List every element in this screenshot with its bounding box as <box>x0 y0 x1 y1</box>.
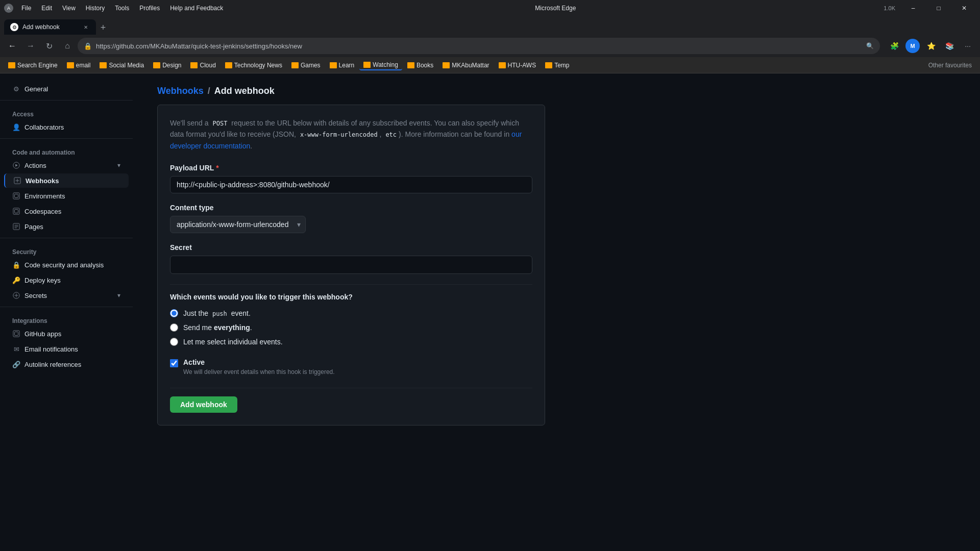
radio-individual-input[interactable] <box>170 338 178 346</box>
sidebar-item-label: General <box>24 85 48 93</box>
minimize-button[interactable]: – <box>901 0 925 16</box>
payload-url-input[interactable] <box>170 176 532 193</box>
bookmark-tech-news[interactable]: Technology News <box>221 61 286 70</box>
radio-individual[interactable]: Let me select individual events. <box>170 338 532 346</box>
bookmark-htu-aws[interactable]: HTU-AWS <box>495 61 541 70</box>
maximize-button[interactable]: □ <box>927 0 950 16</box>
nav-icon-group: 🧩 M ⭐ 📚 ··· <box>886 38 976 54</box>
lock-icon: 🔒 <box>84 42 92 50</box>
title-bar-controls: 1.0K – □ ✕ <box>884 0 976 16</box>
address-bar[interactable]: 🔒 https://github.com/MKAbuMattar/quick-t… <box>78 38 880 54</box>
bookmark-learn[interactable]: Learn <box>326 61 359 70</box>
radio-everything[interactable]: Send me everything. <box>170 323 532 332</box>
folder-icon <box>545 62 552 68</box>
folder-icon <box>407 62 414 68</box>
bookmark-search-engine[interactable]: Search Engine <box>4 61 62 70</box>
bookmark-mkabumattar[interactable]: MKAbuMattar <box>438 61 493 70</box>
sidebar: ⚙ General Access 👤 Collaborators Code an… <box>0 73 133 551</box>
bookmark-temp[interactable]: Temp <box>541 61 573 70</box>
new-tab-button[interactable]: + <box>96 20 110 35</box>
sidebar-item-secrets[interactable]: Secrets ▾ <box>4 288 129 303</box>
radio-everything-input[interactable] <box>170 323 178 332</box>
menu-edit[interactable]: Edit <box>37 4 56 13</box>
sidebar-item-actions[interactable]: Actions ▾ <box>4 158 129 172</box>
refresh-button[interactable]: ↻ <box>41 38 57 54</box>
menu-tools[interactable]: Tools <box>111 4 133 13</box>
favorites-button[interactable]: ⭐ <box>923 38 939 54</box>
active-label: Active <box>183 358 335 366</box>
link-icon: 🔗 <box>12 360 20 368</box>
extensions-button[interactable]: 🧩 <box>886 38 902 54</box>
home-button[interactable]: ⌂ <box>59 38 76 54</box>
breadcrumb-webhooks-link[interactable]: Webhooks <box>157 86 204 96</box>
sidebar-item-environments[interactable]: Environments <box>4 189 129 203</box>
codespaces-icon <box>12 207 20 215</box>
address-text: https://github.com/MKAbuMattar/quick-tes… <box>96 42 302 50</box>
bookmark-label: Games <box>301 62 321 69</box>
tab-title: Add webhook <box>22 23 60 31</box>
bookmark-label: Learn <box>339 62 355 69</box>
forward-button[interactable]: → <box>22 38 39 54</box>
sidebar-item-codespaces[interactable]: Codespaces <box>4 204 129 218</box>
github-apps-icon <box>12 330 20 338</box>
divider <box>170 388 532 388</box>
bookmark-watching[interactable]: Watching <box>359 60 402 70</box>
divider <box>170 284 532 285</box>
sidebar-item-email-notifications[interactable]: ✉ Email notifications <box>4 342 129 356</box>
bookmark-social-media[interactable]: Social Media <box>95 61 148 70</box>
sidebar-item-autolink[interactable]: 🔗 Autolink references <box>4 357 129 371</box>
bookmarks-bar: Search Engine email Social Media Design … <box>0 57 980 73</box>
sidebar-item-github-apps[interactable]: GitHub apps <box>4 327 129 341</box>
close-button[interactable]: ✕ <box>952 0 976 16</box>
sidebar-item-deploy-keys[interactable]: 🔑 Deploy keys <box>4 273 129 287</box>
sidebar-item-pages[interactable]: Pages <box>4 219 129 234</box>
nav-bar: ← → ↻ ⌂ 🔒 https://github.com/MKAbuMattar… <box>0 35 980 57</box>
svg-rect-4 <box>13 208 19 214</box>
active-checkbox[interactable] <box>170 359 178 367</box>
active-tab[interactable]: ⚙ Add webhook ✕ <box>4 19 96 35</box>
secret-input[interactable] <box>170 256 532 274</box>
svg-rect-14 <box>15 332 18 336</box>
push-code: push <box>210 310 229 318</box>
profile-button[interactable]: M <box>904 38 921 54</box>
add-webhook-button[interactable]: Add webhook <box>170 396 237 413</box>
shield-icon: 🔒 <box>12 261 20 269</box>
menu-history[interactable]: History <box>82 4 109 13</box>
bookmark-design[interactable]: Design <box>149 61 185 70</box>
collections-button[interactable]: 📚 <box>941 38 958 54</box>
sidebar-item-code-security[interactable]: 🔒 Code security and analysis <box>4 258 129 272</box>
sidebar-item-general[interactable]: ⚙ General <box>4 82 129 96</box>
radio-push-only[interactable]: Just the push event. <box>170 309 532 317</box>
sidebar-item-label: Code security and analysis <box>24 261 104 269</box>
tab-favicon: ⚙ <box>10 23 18 31</box>
sidebar-item-collaborators[interactable]: 👤 Collaborators <box>4 120 129 134</box>
more-bookmarks-button[interactable]: Other favourites <box>924 61 976 70</box>
bookmark-cloud[interactable]: Cloud <box>186 61 219 70</box>
sidebar-item-webhooks[interactable]: Webhooks <box>4 173 129 188</box>
content-card: We'll send a POST request to the URL bel… <box>157 105 545 425</box>
app-title: Microsoft Edge <box>231 5 879 12</box>
folder-icon <box>8 62 15 68</box>
radio-push-only-input[interactable] <box>170 309 178 317</box>
gear-icon: ⚙ <box>12 85 20 93</box>
more-button[interactable]: ··· <box>960 38 976 54</box>
menu-profiles[interactable]: Profiles <box>135 4 164 13</box>
tab-close-button[interactable]: ✕ <box>82 23 90 31</box>
person-icon: 👤 <box>12 123 20 131</box>
svg-rect-5 <box>15 210 18 213</box>
menu-view[interactable]: View <box>58 4 80 13</box>
divider <box>0 138 133 139</box>
section-title-integrations: Integrations <box>0 311 133 327</box>
bookmark-label: MKAbuMattar <box>452 62 489 69</box>
pages-icon <box>12 222 20 231</box>
description-text: We'll send a POST request to the URL bel… <box>170 117 532 152</box>
bookmark-books[interactable]: Books <box>403 61 437 70</box>
menu-file[interactable]: File <box>17 4 35 13</box>
content-type-select[interactable]: application/x-www-form-urlencodedapplica… <box>170 216 306 233</box>
breadcrumb-separator: / <box>208 86 210 96</box>
bookmark-email[interactable]: email <box>63 61 95 70</box>
bookmark-games[interactable]: Games <box>287 61 325 70</box>
menu-help[interactable]: Help and Feedback <box>166 4 227 13</box>
back-button[interactable]: ← <box>4 38 20 54</box>
content-type-select-wrapper: application/x-www-form-urlencodedapplica… <box>170 216 306 233</box>
